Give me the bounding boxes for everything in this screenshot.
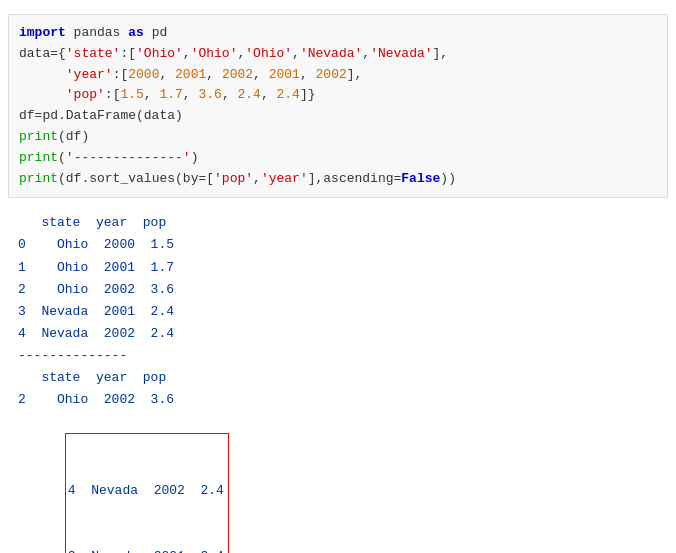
code-line-1: import pandas as pd <box>19 23 657 44</box>
separator: -------------- <box>18 345 658 367</box>
string: 'Nevada' <box>370 46 432 61</box>
code-line-3: 'year':[2000, 2001, 2002, 2001, 2002], <box>19 65 657 86</box>
code-text <box>19 87 66 102</box>
keyword-import: import <box>19 25 66 40</box>
string: 'Ohio' <box>191 46 238 61</box>
code-text: , <box>159 67 175 82</box>
table2-header: state year pop <box>18 367 658 389</box>
table2-row-highlighted-4: 4 Nevada 2002 2.4 <box>68 480 224 502</box>
function-print: print <box>19 171 58 186</box>
code-line-2: data={'state':['Ohio','Ohio','Ohio','Nev… <box>19 44 657 65</box>
table2-row-before-1: 2 Ohio 2002 3.6 <box>18 389 658 411</box>
code-line-8: print(df.sort_values(by=['pop','year'],a… <box>19 169 657 190</box>
code-text: )) <box>440 171 456 186</box>
code-text: ( <box>58 150 66 165</box>
number: 3.6 <box>198 87 221 102</box>
code-line-4: 'pop':[1.5, 1.7, 3.6, 2.4, 2.4]} <box>19 85 657 106</box>
output-block: state year pop 0 Ohio 2000 1.5 1 Ohio 20… <box>8 208 668 553</box>
code-text: df=pd.DataFrame(data) <box>19 108 183 123</box>
code-line-5: df=pd.DataFrame(data) <box>19 106 657 127</box>
table2-highlighted-group: 4 Nevada 2002 2.4 3 Nevada 2001 2.4 <box>18 411 658 553</box>
number: 2000 <box>128 67 159 82</box>
table1-row-1: 1 Ohio 2001 1.7 <box>18 257 658 279</box>
number: 1.7 <box>159 87 182 102</box>
code-text: ) <box>191 150 199 165</box>
code-text: , <box>300 67 316 82</box>
number: 2001 <box>175 67 206 82</box>
code-text: , <box>206 67 222 82</box>
code-text: ]} <box>300 87 316 102</box>
code-text: :[ <box>120 46 136 61</box>
table1-row-0: 0 Ohio 2000 1.5 <box>18 234 658 256</box>
code-text: pd <box>144 25 167 40</box>
code-text: , <box>183 46 191 61</box>
table2-row-highlighted-3: 3 Nevada 2001 2.4 <box>68 546 224 553</box>
number: 2.4 <box>277 87 300 102</box>
code-text: pandas <box>66 25 128 40</box>
number: 2002 <box>316 67 347 82</box>
code-text: ], <box>433 46 449 61</box>
number: 2.4 <box>237 87 260 102</box>
table1-row-3: 3 Nevada 2001 2.4 <box>18 301 658 323</box>
code-line-7: print('--------------') <box>19 148 657 169</box>
code-line-6: print(df) <box>19 127 657 148</box>
code-text: :[ <box>105 87 121 102</box>
number: 2002 <box>222 67 253 82</box>
function-print: print <box>19 129 58 144</box>
string-separator: '--------------' <box>66 150 191 165</box>
code-text: (df) <box>58 129 89 144</box>
code-text: , <box>183 87 199 102</box>
code-text <box>19 67 66 82</box>
string: 'year' <box>66 67 113 82</box>
number: 1.5 <box>120 87 143 102</box>
string: 'year' <box>261 171 308 186</box>
string: 'state' <box>66 46 121 61</box>
code-text: , <box>144 87 160 102</box>
keyword-false: False <box>401 171 440 186</box>
string: 'pop' <box>66 87 105 102</box>
string: 'Ohio' <box>245 46 292 61</box>
string: 'Nevada' <box>300 46 362 61</box>
code-text: :[ <box>113 67 129 82</box>
main-container: import pandas as pd data={'state':['Ohio… <box>0 0 676 553</box>
table1-row-4: 4 Nevada 2002 2.4 <box>18 323 658 345</box>
function-print: print <box>19 150 58 165</box>
table1-row-2: 2 Ohio 2002 3.6 <box>18 279 658 301</box>
code-block: import pandas as pd data={'state':['Ohio… <box>8 14 668 198</box>
string: 'Ohio' <box>136 46 183 61</box>
keyword-as: as <box>128 25 144 40</box>
table1-header: state year pop <box>18 212 658 234</box>
code-text: ], <box>347 67 363 82</box>
code-text: , <box>253 67 269 82</box>
code-text: , <box>362 46 370 61</box>
string: 'pop' <box>214 171 253 186</box>
code-text: data={ <box>19 46 66 61</box>
code-text: , <box>222 87 238 102</box>
code-text: , <box>261 87 277 102</box>
code-text: , <box>253 171 261 186</box>
code-text: (df.sort_values(by=[ <box>58 171 214 186</box>
number: 2001 <box>269 67 300 82</box>
code-text: , <box>292 46 300 61</box>
code-text: ],ascending= <box>308 171 402 186</box>
